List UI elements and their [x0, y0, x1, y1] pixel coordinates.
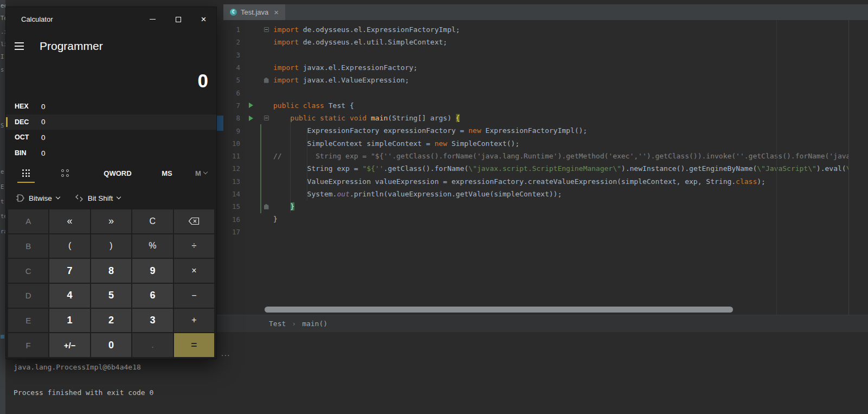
key-4[interactable]: 4 [49, 284, 89, 308]
code-line[interactable]: public static void main(String[] args) { [273, 112, 854, 124]
key-a[interactable]: A [8, 209, 48, 233]
fold-marker-icon[interactable] [264, 204, 269, 209]
radix-row-dec[interactable]: DEC0 [6, 114, 216, 130]
tab-close-icon[interactable]: × [274, 8, 279, 16]
key-f[interactable]: F [8, 333, 48, 357]
line-number[interactable]: 1 [217, 26, 240, 34]
line-number[interactable]: 15 [217, 202, 240, 211]
line-number[interactable]: 16 [217, 215, 240, 224]
console-exit-line: Process finished with exit code 0 [14, 388, 153, 397]
key-b[interactable]: B [8, 234, 48, 258]
key-3[interactable]: 3 [132, 309, 172, 333]
code-line[interactable]: } [273, 200, 854, 213]
line-number[interactable]: 7 [217, 101, 240, 110]
key-0[interactable]: 0 [91, 333, 131, 357]
key-percent[interactable]: % [132, 234, 172, 258]
key-d[interactable]: D [8, 284, 48, 308]
calculator-titlebar[interactable]: Calculator × [6, 7, 216, 31]
memory-menu-button[interactable]: M [188, 163, 214, 183]
clipped-text-fragment: te [1, 213, 5, 219]
key-e[interactable]: E [8, 309, 48, 333]
key-2[interactable]: 2 [91, 309, 131, 333]
code-line[interactable]: SimpleContext simpleContext = new Simple… [273, 137, 854, 150]
radix-value: 0 [41, 133, 46, 142]
run-line-icon[interactable] [249, 116, 253, 121]
key-clear[interactable]: C [132, 209, 172, 233]
breadcrumb-method[interactable]: main() [302, 320, 327, 328]
key-equals[interactable]: = [174, 333, 214, 357]
code-line[interactable]: import de.odysseus.el.ExpressionFactoryI… [273, 23, 854, 36]
line-number[interactable]: 5 [217, 76, 240, 84]
key-9[interactable]: 9 [132, 259, 172, 283]
code-line[interactable]: System.out.println(valueExpression.getVa… [273, 188, 854, 200]
radix-row-oct[interactable]: OCT0 [6, 130, 216, 145]
key-5[interactable]: 5 [91, 284, 131, 308]
key-hex-c[interactable]: C [8, 259, 48, 283]
line-number[interactable]: 11 [217, 152, 240, 160]
line-number[interactable]: 10 [217, 139, 240, 148]
key-backspace[interactable] [174, 209, 214, 233]
line-number[interactable]: 17 [217, 228, 240, 236]
clipped-text-fragment: E [1, 183, 4, 190]
key-divide[interactable]: ÷ [174, 234, 214, 258]
fold-marker-icon[interactable] [264, 116, 269, 120]
key-shift-left[interactable]: « [49, 209, 89, 233]
operator-menus: Bitwise Bit Shift [6, 188, 216, 208]
line-number[interactable]: 14 [217, 190, 240, 198]
bit-shift-menu[interactable]: Bit Shift [75, 194, 121, 202]
maximize-button[interactable] [165, 7, 191, 31]
code-line[interactable]: } [273, 213, 854, 225]
key-6[interactable]: 6 [132, 284, 172, 308]
tab-test-java[interactable]: C Test.java × [223, 4, 285, 20]
code-line[interactable] [273, 49, 854, 61]
navigation-menu-button[interactable] [15, 40, 31, 53]
code-line[interactable]: public class Test { [273, 99, 854, 112]
code-line[interactable]: ExpressionFactory expressionFactory = ne… [273, 124, 854, 137]
line-number[interactable]: 12 [217, 164, 240, 173]
full-keypad-toggle[interactable] [14, 163, 38, 183]
key-multiply[interactable]: × [174, 259, 214, 283]
line-number[interactable]: 6 [217, 89, 240, 97]
run-line-icon[interactable] [249, 103, 253, 108]
toolbar-overflow-button[interactable]: ... [221, 348, 230, 358]
line-number[interactable]: 13 [217, 177, 240, 186]
code-line[interactable]: import javax.el.ValueExpression; [273, 74, 854, 86]
code-area[interactable]: import de.odysseus.el.ExpressionFactoryI… [273, 20, 854, 315]
code-line[interactable]: import de.odysseus.el.util.SimpleContext… [273, 36, 854, 48]
fold-marker-icon[interactable] [264, 78, 269, 83]
line-number[interactable]: 2 [217, 38, 240, 46]
key-subtract[interactable]: − [174, 284, 214, 308]
key-add[interactable]: + [174, 309, 214, 333]
line-number[interactable]: 3 [217, 51, 240, 59]
key-negate[interactable]: +/− [49, 333, 89, 357]
clipped-text-fragment: S [1, 122, 4, 129]
line-number[interactable]: 4 [217, 63, 240, 72]
memory-store-button[interactable]: MS [153, 163, 181, 183]
key-shift-right[interactable]: » [91, 209, 131, 233]
breadcrumb-class[interactable]: Test [269, 320, 286, 328]
bitwise-menu[interactable]: Bitwise [16, 194, 60, 202]
key-close-paren[interactable]: ) [91, 234, 131, 258]
minimize-button[interactable] [140, 7, 165, 31]
key-8[interactable]: 8 [91, 259, 131, 283]
code-line[interactable]: import javax.el.ExpressionFactory; [273, 61, 854, 74]
radix-row-bin[interactable]: BIN0 [6, 145, 216, 161]
code-line[interactable] [273, 226, 854, 238]
key-1[interactable]: 1 [49, 309, 89, 333]
key-open-paren[interactable]: ( [49, 234, 89, 258]
key-7[interactable]: 7 [49, 259, 89, 283]
word-size-button[interactable]: QWORD [95, 163, 140, 183]
code-line[interactable]: String exp = "${''.getClass().forName(\"… [273, 162, 854, 175]
minimize-icon [150, 19, 156, 20]
fold-marker-icon[interactable] [264, 27, 269, 32]
bit-keypad-toggle[interactable] [53, 163, 78, 183]
radix-row-hex[interactable]: HEX0 [6, 99, 216, 114]
code-line[interactable] [273, 86, 854, 99]
code-line[interactable]: ValueExpression valueExpression = expres… [273, 175, 854, 188]
code-line[interactable]: // String exp = "${''.getClass().forName… [273, 150, 854, 162]
close-button[interactable]: × [191, 7, 216, 31]
key-decimal[interactable]: . [132, 333, 172, 357]
bitwise-label: Bitwise [29, 194, 52, 202]
code-editor[interactable]: 1234567891011121314151617 import de.odys… [217, 20, 854, 315]
horizontal-scrollbar[interactable] [265, 307, 733, 313]
